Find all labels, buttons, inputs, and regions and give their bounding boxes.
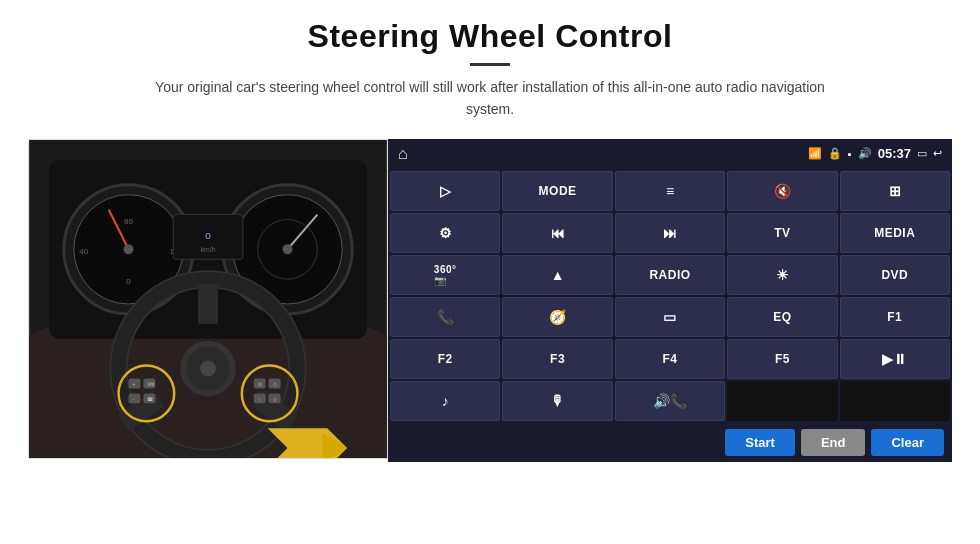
mic-btn[interactable]: 🎙 <box>502 381 612 421</box>
empty-btn-1 <box>727 381 837 421</box>
home-icon[interactable]: ⌂ <box>398 145 408 163</box>
bottom-bar: Start End Clear <box>388 423 952 462</box>
nav-icon: ▷ <box>440 183 451 199</box>
radio-btn[interactable]: RADIO <box>615 255 725 295</box>
media-btn[interactable]: MEDIA <box>840 213 950 253</box>
svg-text:⊙: ⊙ <box>258 382 262 387</box>
end-button[interactable]: End <box>801 429 866 456</box>
phone-btn[interactable]: 📞 <box>390 297 500 337</box>
subtitle: Your original car's steering wheel contr… <box>150 76 830 121</box>
f3-btn[interactable]: F3 <box>502 339 612 379</box>
mode-btn[interactable]: MODE <box>502 171 612 211</box>
music-icon: ♪ <box>442 393 449 409</box>
nav-btn[interactable]: ▷ <box>390 171 500 211</box>
vol-phone-icon: 🔊📞 <box>653 393 687 409</box>
clear-button[interactable]: Clear <box>871 429 944 456</box>
title-divider <box>470 63 510 66</box>
list-btn[interactable]: ≡ <box>615 171 725 211</box>
svg-point-26 <box>200 360 216 376</box>
sd-icon: ▪ <box>848 148 852 160</box>
bt-icon: 🔊 <box>858 147 872 160</box>
phone-icon: 📞 <box>437 309 454 325</box>
svg-text:80: 80 <box>124 217 133 226</box>
svg-point-10 <box>124 244 134 254</box>
wifi-icon: 📶 <box>808 147 822 160</box>
apps-btn[interactable]: ⊞ <box>840 171 950 211</box>
dvd-btn[interactable]: DVD <box>840 255 950 295</box>
next-btn[interactable]: ⏭ <box>615 213 725 253</box>
svg-text:Vol: Vol <box>147 382 154 387</box>
mute-btn[interactable]: 🔇 <box>727 171 837 211</box>
svg-text:○: ○ <box>258 397 261 402</box>
prev-icon: ⏮ <box>551 225 565 241</box>
car-image: 80 0 40 120 0 km/h <box>28 139 388 459</box>
header-section: Steering Wheel Control Your original car… <box>0 0 980 131</box>
control-panel: ⌂ 📶 🔒 ▪ 🔊 05:37 ▭ ↩ ▷ MODE <box>388 139 952 462</box>
f2-btn[interactable]: F2 <box>390 339 500 379</box>
svg-text:40: 40 <box>79 247 88 256</box>
svg-text:km/h: km/h <box>200 246 215 253</box>
gps-btn[interactable]: 🧭 <box>502 297 612 337</box>
svg-text:◇: ◇ <box>273 397 277 402</box>
svg-text:0: 0 <box>126 277 131 286</box>
page-title: Steering Wheel Control <box>40 18 940 55</box>
settings-icon: ⚙ <box>439 225 452 241</box>
status-time: 05:37 <box>878 146 911 161</box>
playpause-btn[interactable]: ▶⏸ <box>840 339 950 379</box>
page-wrapper: Steering Wheel Control Your original car… <box>0 0 980 544</box>
window-btn[interactable]: ▭ <box>615 297 725 337</box>
eject-icon: ▲ <box>551 267 565 283</box>
mute-icon: 🔇 <box>774 183 791 199</box>
content-section: 80 0 40 120 0 km/h <box>0 139 980 462</box>
apps-icon: ⊞ <box>889 183 901 199</box>
list-icon: ≡ <box>666 183 674 199</box>
eject-btn[interactable]: ▲ <box>502 255 612 295</box>
start-button[interactable]: Start <box>725 429 795 456</box>
next-icon: ⏭ <box>663 225 677 241</box>
svg-text:0: 0 <box>205 230 211 241</box>
brightness-icon: ☀ <box>776 267 789 283</box>
status-bar: ⌂ 📶 🔒 ▪ 🔊 05:37 ▭ ↩ <box>388 139 952 169</box>
mic-icon: 🎙 <box>551 393 565 409</box>
back-icon: ↩ <box>933 147 942 160</box>
tv-btn[interactable]: TV <box>727 213 837 253</box>
settings-btn[interactable]: ⚙ <box>390 213 500 253</box>
eq-btn[interactable]: EQ <box>727 297 837 337</box>
music-btn[interactable]: ♪ <box>390 381 500 421</box>
gps-icon: 🧭 <box>549 309 566 325</box>
f1-btn[interactable]: F1 <box>840 297 950 337</box>
f4-btn[interactable]: F4 <box>615 339 725 379</box>
vol-phone-btn[interactable]: 🔊📞 <box>615 381 725 421</box>
lock-icon: 🔒 <box>828 147 842 160</box>
svg-text:+: + <box>132 382 135 387</box>
playpause-icon: ▶⏸ <box>882 351 907 367</box>
svg-text:☎: ☎ <box>147 397 153 402</box>
svg-text:◇: ◇ <box>273 382 277 387</box>
prev-btn[interactable]: ⏮ <box>502 213 612 253</box>
control-grid: ▷ MODE ≡ 🔇 ⊞ ⚙ ⏮ <box>388 169 952 423</box>
f5-btn[interactable]: F5 <box>727 339 837 379</box>
status-bar-right: 📶 🔒 ▪ 🔊 05:37 ▭ ↩ <box>808 146 942 161</box>
svg-point-15 <box>283 244 293 254</box>
window-icon: ▭ <box>663 309 676 325</box>
camera360-btn[interactable]: 360°📷 <box>390 255 500 295</box>
svg-rect-30 <box>129 393 141 403</box>
brightness-btn[interactable]: ☀ <box>727 255 837 295</box>
screen-icon: ▭ <box>917 147 927 160</box>
empty-btn-2 <box>840 381 950 421</box>
